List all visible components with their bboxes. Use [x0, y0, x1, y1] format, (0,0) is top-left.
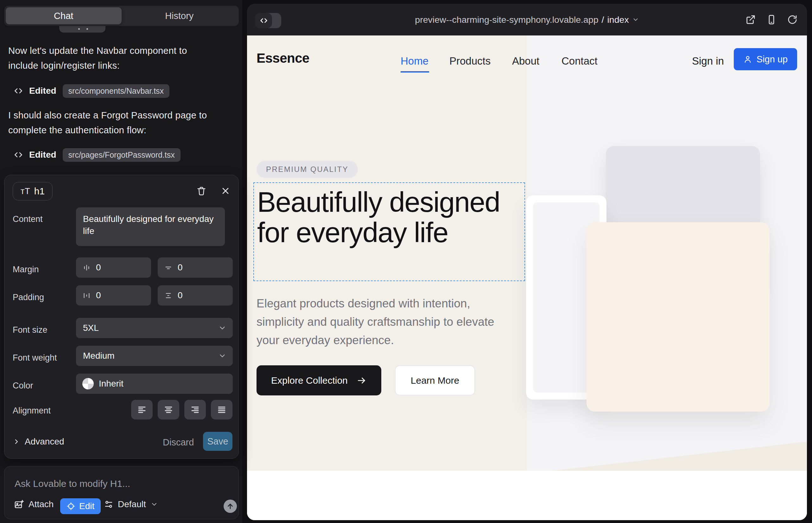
- font-size-label: Font size: [13, 325, 48, 335]
- padding-horizontal-icon: [82, 291, 91, 300]
- mode-label: Default: [118, 499, 146, 509]
- font-size-select[interactable]: 5XL: [76, 318, 233, 338]
- color-select[interactable]: Inherit: [76, 374, 233, 394]
- font-weight-select[interactable]: Medium: [76, 346, 233, 366]
- advanced-toggle[interactable]: Advanced: [13, 437, 64, 447]
- padding-x-input[interactable]: 0: [76, 285, 151, 306]
- tab-history-label: History: [165, 11, 194, 21]
- tab-chat[interactable]: Chat: [6, 7, 122, 24]
- lovable-sidebar: Chat History Now let's update the Navbar…: [0, 0, 242, 523]
- chat-message: Now let's update the Navbar component to…: [8, 43, 217, 73]
- selected-element-outline[interactable]: Beautifully designed for everyday life: [253, 182, 525, 281]
- arrow-right-icon: [357, 376, 367, 385]
- delete-element-button[interactable]: [195, 184, 208, 197]
- chevron-down-icon: [218, 352, 226, 360]
- browser-actions: [745, 4, 798, 35]
- image-plus-icon: [14, 499, 24, 509]
- prompt-input[interactable]: Ask Lovable to modify H1...: [15, 479, 130, 489]
- sign-up-button[interactable]: Sign up: [734, 48, 797, 70]
- crosshair-icon: [67, 502, 75, 511]
- chevron-down-icon: [151, 501, 158, 508]
- chevron-down-icon: [632, 16, 639, 23]
- discard-button[interactable]: Discard: [163, 437, 194, 448]
- preview-page: Essence Home Products About Contact Sign…: [247, 35, 807, 520]
- hero-badge: PREMIUM QUALITY: [257, 161, 358, 178]
- chat-message: I should also create a Forgot Password p…: [8, 108, 217, 138]
- learn-more-label: Learn More: [411, 375, 459, 386]
- close-panel-button[interactable]: [219, 184, 232, 197]
- refresh-icon: [787, 14, 798, 25]
- preview-domain: preview--charming-site-symphony.lovable.…: [415, 15, 598, 25]
- attach-label: Attach: [29, 499, 54, 509]
- save-button[interactable]: Save: [203, 432, 232, 451]
- margin-x-value: 0: [96, 263, 101, 273]
- align-center-button[interactable]: [158, 400, 179, 419]
- edited-label: Edited: [29, 150, 56, 160]
- mode-select[interactable]: Default: [104, 499, 158, 509]
- align-left-button[interactable]: [131, 400, 153, 419]
- font-weight-value: Medium: [83, 351, 114, 361]
- align-center-icon: [164, 405, 173, 414]
- nav-link-contact[interactable]: Contact: [562, 55, 598, 67]
- explore-collection-button[interactable]: Explore Collection: [257, 365, 381, 395]
- preview-browser: preview--charming-site-symphony.lovable.…: [247, 4, 807, 520]
- edit-label: Edit: [79, 501, 94, 511]
- margin-y-input[interactable]: 0: [158, 257, 233, 278]
- element-editor-panel: тT h1 Content Beautifully designed for e…: [4, 175, 239, 459]
- code-icon: [13, 86, 23, 96]
- chevron-right-icon: [13, 438, 20, 446]
- nav-link-products[interactable]: Products: [449, 55, 491, 67]
- type-icon: тT: [21, 186, 30, 196]
- attach-button[interactable]: Attach: [14, 499, 54, 509]
- learn-more-button[interactable]: Learn More: [395, 365, 475, 395]
- smartphone-icon: [766, 14, 777, 25]
- align-right-button[interactable]: [184, 400, 206, 419]
- chevron-down-icon: [218, 324, 226, 332]
- edit-mode-button[interactable]: Edit: [60, 498, 101, 514]
- selected-element-tag: тT h1: [13, 182, 53, 200]
- align-justify-button[interactable]: [211, 400, 232, 419]
- nav-link-about[interactable]: About: [512, 55, 539, 67]
- page-name: index: [607, 15, 629, 25]
- user-icon: [743, 55, 752, 64]
- margin-horizontal-icon: [82, 264, 91, 272]
- font-size-value: 5XL: [83, 323, 99, 333]
- mobile-view-button[interactable]: [766, 14, 777, 25]
- margin-x-input[interactable]: 0: [76, 257, 151, 278]
- external-link-icon: [745, 14, 756, 25]
- margin-vertical-icon: [164, 264, 173, 272]
- hero-heading[interactable]: Beautifully designed for everyday life: [257, 187, 525, 248]
- margin-label: Margin: [13, 265, 39, 274]
- padding-vertical-icon: [164, 291, 173, 300]
- align-justify-icon: [217, 405, 226, 414]
- color-value: Inherit: [99, 379, 124, 389]
- advanced-label: Advanced: [25, 437, 64, 447]
- site-logo[interactable]: Essence: [257, 51, 310, 66]
- tab-history[interactable]: History: [122, 7, 237, 24]
- arrow-up-icon: [226, 502, 234, 510]
- sign-up-label: Sign up: [757, 54, 788, 65]
- settings-sliders-icon: [104, 500, 113, 509]
- padding-y-input[interactable]: 0: [158, 285, 233, 306]
- scrolled-chip: [59, 25, 105, 33]
- content-label: Content: [13, 214, 43, 224]
- edited-label: Edited: [29, 86, 56, 96]
- content-input[interactable]: Beautifully designed for everyday life: [76, 208, 225, 246]
- sign-in-link[interactable]: Sign in: [692, 55, 724, 67]
- chat-history-tabbar: Chat History: [4, 6, 239, 26]
- path-separator: /: [602, 15, 604, 25]
- color-label: Color: [13, 381, 33, 391]
- file-chip[interactable]: src/components/Navbar.tsx: [63, 84, 170, 98]
- color-swatch: [82, 378, 94, 390]
- section-below-hero: [247, 471, 807, 520]
- file-chip[interactable]: src/pages/ForgotPassword.tsx: [63, 148, 180, 162]
- nav-link-home[interactable]: Home: [401, 55, 428, 67]
- align-right-icon: [190, 405, 200, 414]
- open-external-button[interactable]: [745, 14, 756, 25]
- placeholder-card-cream: [586, 222, 770, 412]
- padding-label: Padding: [13, 292, 44, 302]
- refresh-button[interactable]: [787, 14, 798, 25]
- element-tag-label: h1: [34, 186, 45, 197]
- url-bar[interactable]: preview--charming-site-symphony.lovable.…: [247, 4, 807, 35]
- send-button[interactable]: [224, 500, 237, 513]
